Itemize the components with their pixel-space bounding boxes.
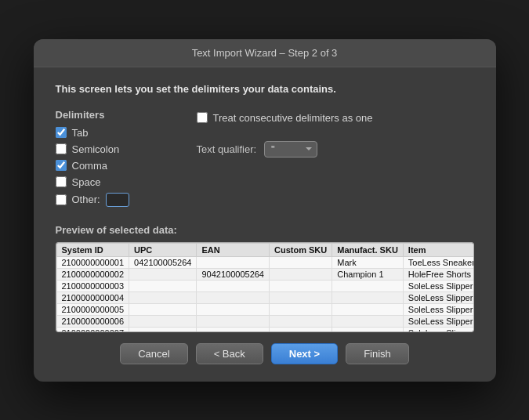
consecutive-label[interactable]: Treat consecutive delimiters as one xyxy=(213,112,373,124)
finish-button[interactable]: Finish xyxy=(346,343,409,364)
col-ean: EAN xyxy=(197,243,270,256)
semicolon-label[interactable]: Semicolon xyxy=(72,143,120,155)
col-upc: UPC xyxy=(129,243,197,256)
table-cell xyxy=(129,291,197,303)
table-cell xyxy=(197,256,270,268)
next-button[interactable]: Next > xyxy=(271,343,338,364)
table-cell xyxy=(269,315,332,327)
table-cell: 2100000000004 xyxy=(56,291,129,303)
table-cell: 2100000000001 xyxy=(56,256,129,268)
table-cell xyxy=(269,303,332,315)
settings-area: Delimiters Tab Semicolon Comma Space xyxy=(56,109,474,212)
table-cell: SoleLess Slippers Black 8 xyxy=(403,280,473,291)
space-row: Space xyxy=(56,176,181,188)
back-button[interactable]: < Back xyxy=(196,343,263,364)
semicolon-checkbox[interactable] xyxy=(56,143,67,154)
table-cell: HoleFree Shorts xyxy=(403,268,473,280)
table-cell xyxy=(129,268,197,280)
table-cell: Mark xyxy=(332,256,404,268)
table-cell: 2100000000003 xyxy=(56,280,129,291)
other-checkbox[interactable] xyxy=(56,194,67,205)
qualifier-label: Text qualifier: xyxy=(197,143,257,155)
consecutive-checkbox[interactable] xyxy=(197,112,208,123)
table-cell: 2100000000002 xyxy=(56,268,129,280)
col-manufact-sku: Manufact. SKU xyxy=(332,243,404,256)
delimiters-section: Delimiters Tab Semicolon Comma Space xyxy=(56,109,181,212)
table-cell xyxy=(129,327,197,332)
table-cell xyxy=(129,303,197,315)
preview-table-body: 2100000000001042100005264MarkToeLess Sne… xyxy=(56,256,474,332)
table-cell xyxy=(332,280,404,291)
button-row: Cancel < Back Next > Finish xyxy=(56,343,474,369)
comma-row: Comma xyxy=(56,160,181,172)
table-cell xyxy=(197,280,270,291)
preview-label: Preview of selected data: xyxy=(56,224,474,236)
table-cell: SoleLess Slippers Navy 8 xyxy=(403,315,473,327)
title-text: Text Import Wizard – Step 2 of 3 xyxy=(192,47,338,59)
table-cell xyxy=(332,303,404,315)
table-cell xyxy=(129,280,197,291)
comma-label[interactable]: Comma xyxy=(72,160,108,172)
comma-checkbox[interactable] xyxy=(56,160,67,171)
table-cell: 2100000000006 xyxy=(56,315,129,327)
table-row: 2100000000004SoleLess Slippers Black 8.5… xyxy=(56,291,474,303)
table-cell: SoleLess Slippers White 8 xyxy=(403,327,473,332)
tab-checkbox[interactable] xyxy=(56,127,67,138)
dialog-title: Text Import Wizard – Step 2 of 3 xyxy=(34,39,496,67)
table-cell xyxy=(332,291,404,303)
import-wizard-dialog: Text Import Wizard – Step 2 of 3 This sc… xyxy=(34,39,496,382)
dialog-content: This screen lets you set the delimiters … xyxy=(34,67,496,382)
space-label[interactable]: Space xyxy=(72,176,101,188)
qualifier-select[interactable]: " ' (none) xyxy=(264,141,317,158)
table-cell xyxy=(197,315,270,327)
table-row: 2100000000006SoleLess Slippers Navy 8100 xyxy=(56,315,474,327)
table-cell xyxy=(197,327,270,332)
table-cell: 042100005264 xyxy=(129,256,197,268)
table-cell xyxy=(269,280,332,291)
table-cell: 9042100005264 xyxy=(197,268,270,280)
preview-table: System ID UPC EAN Custom SKU Manufact. S… xyxy=(56,243,474,332)
table-cell: SoleLess Slippers Navy 8.5 xyxy=(403,303,473,315)
table-row: 2100000000003SoleLess Slippers Black 810… xyxy=(56,280,474,291)
table-cell: 2100000000005 xyxy=(56,303,129,315)
table-cell xyxy=(332,327,404,332)
col-custom-sku: Custom SKU xyxy=(269,243,332,256)
table-cell xyxy=(269,327,332,332)
table-cell xyxy=(332,315,404,327)
tab-row: Tab xyxy=(56,127,181,139)
table-cell xyxy=(269,256,332,268)
table-row: 2100000000005SoleLess Slippers Navy 8.51… xyxy=(56,303,474,315)
tab-label[interactable]: Tab xyxy=(72,127,89,139)
table-cell: SoleLess Slippers Black 8.5 xyxy=(403,291,473,303)
table-cell: 2100000000007 xyxy=(56,327,129,332)
description-text: This screen lets you set the delimiters … xyxy=(56,83,474,95)
qualifier-row: Text qualifier: " ' (none) xyxy=(197,141,474,158)
table-row: 2100000000001042100005264MarkToeLess Sne… xyxy=(56,256,474,268)
col-item: Item xyxy=(403,243,473,256)
table-cell xyxy=(197,291,270,303)
space-checkbox[interactable] xyxy=(56,176,67,187)
semicolon-row: Semicolon xyxy=(56,143,181,155)
other-row: Other: xyxy=(56,193,181,207)
delimiters-label: Delimiters xyxy=(56,109,181,121)
table-header-row: System ID UPC EAN Custom SKU Manufact. S… xyxy=(56,243,474,256)
col-system-id: System ID xyxy=(56,243,129,256)
table-row: 21000000000029042100005264Champion 1Hole… xyxy=(56,268,474,280)
consecutive-row: Treat consecutive delimiters as one xyxy=(197,112,474,124)
table-cell: ToeLess Sneakers xyxy=(403,256,473,268)
preview-container[interactable]: System ID UPC EAN Custom SKU Manufact. S… xyxy=(56,242,474,332)
cancel-button[interactable]: Cancel xyxy=(120,343,187,364)
other-label[interactable]: Other: xyxy=(72,194,100,205)
other-input[interactable] xyxy=(106,193,129,207)
table-cell xyxy=(269,291,332,303)
table-cell xyxy=(197,303,270,315)
table-row: 2100000000007SoleLess Slippers White 810… xyxy=(56,327,474,332)
table-cell xyxy=(129,315,197,327)
table-cell xyxy=(269,268,332,280)
options-section: Treat consecutive delimiters as one Text… xyxy=(197,109,474,212)
table-cell: Champion 1 xyxy=(332,268,404,280)
